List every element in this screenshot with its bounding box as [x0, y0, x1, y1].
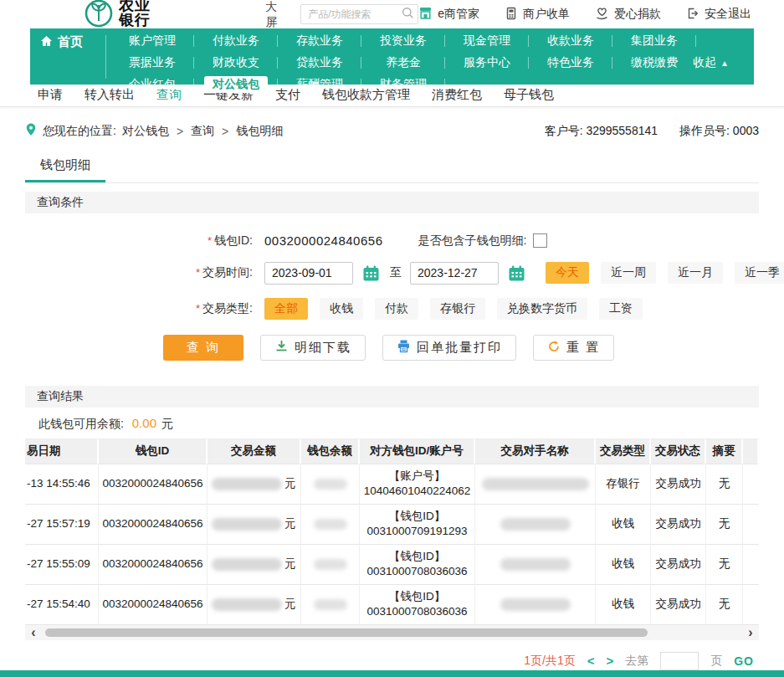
menu-item-cash[interactable]: 现金管理	[445, 30, 529, 52]
required-mark: *	[196, 266, 200, 279]
main-menu: 首页 账户管理 付款业务 存款业务 投资业务 现金管理 收款业务 集团业务 票据…	[30, 28, 754, 85]
type-receive[interactable]: 收钱	[320, 298, 363, 320]
redacted-balance	[314, 599, 347, 610]
tab-wallet-detail[interactable]: 钱包明细	[25, 154, 105, 182]
download-detail-button[interactable]: 明细下载	[260, 335, 366, 361]
cell-summary: 无	[706, 545, 743, 585]
cell-amount: 元	[208, 585, 301, 625]
quick-date-today[interactable]: 今天	[546, 262, 589, 284]
type-deposit-bank[interactable]: 存银行	[430, 298, 485, 320]
menu-item-collection[interactable]: 收款业务	[529, 30, 612, 52]
amount-unit: 元	[284, 556, 296, 572]
breadcrumb-item[interactable]: 查询	[191, 124, 214, 139]
calendar-icon[interactable]	[360, 262, 382, 284]
cell-counterparty-id: 【钱包ID】0031000708036036	[360, 545, 475, 585]
transaction-time-row: *交易时间: 至 今天 近一周 近一月 近一季 近半年	[25, 262, 759, 285]
page-number-input[interactable]	[660, 652, 699, 670]
menu-collapse-button[interactable]: 收起 ▲	[693, 55, 729, 70]
menu-item-bills[interactable]: 票据业务	[110, 52, 194, 74]
menu-item-label: 收款业务	[539, 33, 602, 49]
link-eshop[interactable]: e商管家	[418, 6, 479, 23]
menu-item-label: 付款业务	[204, 33, 268, 49]
type-all[interactable]: 全部	[264, 298, 308, 320]
table-row[interactable]: -27 15:57:19 0032000024840656 元 【钱包ID】00…	[25, 505, 759, 545]
counterparty-kind: 【钱包ID】	[389, 549, 446, 564]
menu-item-payment[interactable]: 付款业务	[194, 30, 278, 52]
wallet-id-value: 0032000024840656	[264, 233, 382, 248]
header-counterparty-id: 对方钱包ID/账户号	[360, 439, 475, 464]
menu-item-label: 缴税缴费	[623, 54, 686, 71]
include-sub-wallet-checkbox[interactable]	[533, 233, 547, 248]
cell-wallet-id: 0032000024840656	[99, 505, 208, 545]
menu-item-deposit[interactable]: 存款业务	[278, 30, 361, 52]
product-search-box[interactable]	[300, 4, 418, 24]
subnav-apply[interactable]: 申请	[38, 87, 63, 103]
abc-logo-icon	[84, 0, 114, 31]
operator-number: 操作员号: 0003	[679, 124, 759, 139]
reset-icon	[547, 340, 561, 356]
menu-item-redpacket[interactable]: 企业红包	[110, 74, 194, 95]
scrollbar-thumb[interactable]	[45, 628, 648, 637]
cell-counterparty-id: 【账户号】10404601040224062	[360, 464, 475, 505]
calendar-icon[interactable]	[505, 262, 527, 284]
menu-item-service[interactable]: 服务中心	[445, 52, 529, 74]
next-page-icon[interactable]: >	[606, 654, 613, 668]
prev-page-icon[interactable]: <	[587, 654, 595, 668]
link-logout[interactable]: 安全退出	[686, 7, 751, 23]
chevron-up-icon: ▲	[720, 59, 729, 68]
link-merchant[interactable]: 商户收单	[505, 7, 570, 23]
table-header-row: 易日期 钱包ID 交易金额 钱包余额 对方钱包ID/账户号 交易对手名称 交易类…	[25, 439, 759, 464]
query-button[interactable]: 查 询	[163, 335, 243, 361]
quick-date-quarter[interactable]: 近一季	[735, 262, 784, 284]
go-button[interactable]: GO	[734, 654, 754, 668]
menu-item-investment[interactable]: 投资业务	[361, 30, 445, 52]
reset-label: 重 置	[566, 340, 600, 356]
menu-item-salary[interactable]: 薪酬管理	[278, 74, 361, 95]
type-pay[interactable]: 付款	[375, 298, 418, 320]
cell-counterparty-id: 【钱包ID】0031000709191293	[360, 505, 475, 545]
table-row[interactable]: -27 15:54:40 0032000024840656 元 【钱包ID】00…	[25, 585, 759, 625]
top-bar: 中国农业银行 AGRICULTURAL BANK OF CHINA A+ 放大屏…	[0, 0, 784, 28]
table-row[interactable]: -13 14:55:46 0032000024840656 元 【账户号】104…	[25, 464, 759, 505]
menu-item-tax[interactable]: 缴税缴费	[612, 52, 696, 74]
tab-bar: 钱包明细	[25, 154, 759, 183]
date-from-input[interactable]	[264, 262, 353, 285]
breadcrumb: 您现在的位置: 对公钱包 > 查询 > 钱包明细	[25, 122, 283, 140]
wallet-id-row: *钱包ID: 0032000024840656 是否包含子钱包明细:	[25, 233, 759, 249]
table-row[interactable]: -27 15:55:09 0032000024840656 元 【钱包ID】00…	[25, 545, 759, 585]
cell-counterparty-id: 【钱包ID】0031000708036036	[360, 585, 475, 625]
quick-date-month[interactable]: 近一月	[668, 262, 723, 284]
menu-item-pension[interactable]: 养老金	[361, 52, 445, 74]
download-icon	[274, 339, 289, 356]
results-table: 易日期 钱包ID 交易金额 钱包余额 对方钱包ID/账户号 交易对手名称 交易类…	[25, 439, 759, 625]
link-donate[interactable]: 爱心捐款	[595, 6, 661, 23]
menu-home[interactable]: 首页	[40, 32, 100, 53]
menu-item-corporate-wallet[interactable]: 对公钱包	[194, 74, 278, 95]
menu-item-finance[interactable]: 财务管理	[361, 74, 445, 95]
header-counterparty-name: 交易对手名称	[475, 439, 596, 464]
type-salary[interactable]: 工资	[599, 298, 643, 320]
menu-item-account[interactable]: 账户管理	[110, 30, 194, 52]
scroll-left-icon[interactable]: ‹	[25, 625, 42, 640]
menu-item-special[interactable]: 特色业务	[529, 52, 612, 74]
scrollbar-track[interactable]	[42, 628, 742, 638]
menu-item-group[interactable]: 集团业务	[612, 30, 696, 52]
horizontal-scrollbar[interactable]: ‹ ›	[25, 625, 759, 640]
date-to-input[interactable]	[410, 262, 499, 285]
quick-date-week[interactable]: 近一周	[601, 262, 656, 284]
breadcrumb-item[interactable]: 对公钱包	[122, 124, 169, 139]
scroll-right-icon[interactable]: ›	[742, 625, 759, 640]
cell-date: -27 15:57:19	[25, 505, 99, 545]
batch-print-button[interactable]: 回单批量打印	[382, 335, 516, 361]
redacted-name	[500, 558, 571, 571]
search-icon[interactable]	[402, 7, 414, 22]
type-exchange-digital[interactable]: 兑换数字货币	[497, 298, 587, 320]
search-input[interactable]	[308, 8, 402, 20]
menu-item-loan[interactable]: 贷款业务	[278, 52, 361, 74]
include-sub-wallet-label: 是否包含子钱包明细:	[418, 233, 526, 249]
menu-item-label: 薪酬管理	[288, 76, 351, 93]
reset-button[interactable]: 重 置	[533, 335, 614, 361]
menu-item-fiscal[interactable]: 财政收支	[194, 52, 278, 74]
menu-item-label: 票据业务	[120, 54, 184, 71]
breadcrumb-separator: >	[222, 125, 228, 138]
